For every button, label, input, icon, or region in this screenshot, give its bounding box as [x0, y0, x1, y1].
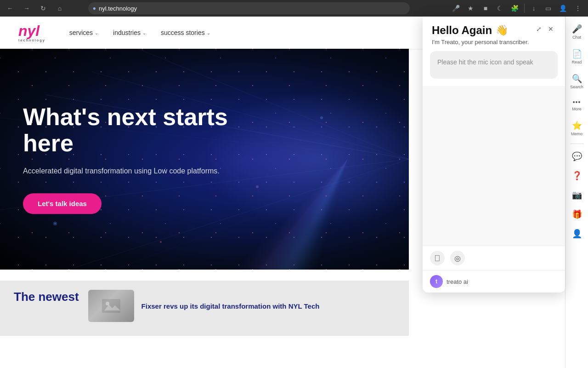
treato-title: Hello Again: [432, 24, 492, 37]
address-bar[interactable]: ● nyl.technology: [88, 2, 410, 14]
extension-icon[interactable]: ■: [479, 2, 492, 15]
sidebar-item-profile[interactable]: 👤: [566, 225, 588, 242]
nav-services[interactable]: services ⌄: [64, 25, 104, 40]
copy-icon[interactable]: ⎕: [430, 251, 445, 265]
back-button[interactable]: ←: [4, 2, 17, 15]
hero-subtitle: Accelerated digital transformation using…: [23, 166, 262, 177]
chat-bubble-icon: 💬: [572, 151, 582, 161]
sidebar-memo-label: Memo: [571, 132, 582, 136]
news-thumb-image: [88, 290, 134, 322]
treato-header-buttons: ⤢ ✕: [534, 24, 556, 34]
hero-cta-button[interactable]: Let's talk ideas: [23, 194, 102, 214]
sidebar-chat-label: Chat: [572, 35, 581, 40]
profile-browser-icon[interactable]: 👤: [557, 2, 570, 15]
sidebar-search-label: Search: [570, 85, 583, 89]
puzzle-icon[interactable]: 🧩: [509, 2, 521, 15]
svg-point-10: [320, 116, 323, 119]
read-icon: 📄: [572, 49, 582, 59]
target-icon[interactable]: ◎: [450, 251, 465, 265]
layout-icon[interactable]: ▭: [542, 2, 555, 15]
sidebar-item-camera[interactable]: 📷: [566, 186, 588, 204]
logo-technology: technology: [18, 38, 45, 42]
svg-point-7: [53, 222, 57, 225]
newest-label: The newest: [14, 290, 79, 304]
sidebar-item-chat-bubble[interactable]: 💬: [566, 148, 588, 165]
sidebar-item-memo[interactable]: ⭐ Memo: [566, 117, 588, 140]
sidebar-item-read[interactable]: 📄 Read: [566, 45, 588, 68]
logo-nyl: nyl: [18, 23, 45, 38]
treato-input-area[interactable]: Please hit the mic icon and speak: [430, 51, 558, 79]
treato-bottom-icons: ⎕ ◎: [423, 246, 565, 270]
sidebar-panel: 🎤 Chat 📄 Read 🔍 Search ••• More ⭐ Memo 💬: [565, 17, 588, 368]
mic-browser-icon[interactable]: 🎤: [450, 2, 463, 15]
treato-panel: Hello Again 👋 I'm Treato, your personal …: [423, 17, 565, 293]
url-text: nyl.technology: [99, 5, 137, 12]
hero-content: What's next starts here Accelerated digi…: [23, 104, 262, 214]
chevron-icon: ⌄: [142, 30, 146, 35]
memo-icon: ⭐: [572, 121, 582, 131]
site-logo[interactable]: nyl technology: [18, 23, 45, 42]
chevron-icon: ⌄: [95, 30, 98, 35]
hero-section: What's next starts here Accelerated digi…: [0, 49, 409, 270]
sidebar-more-label: More: [572, 107, 582, 111]
svg-point-9: [160, 241, 162, 243]
gift-icon: 🎁: [572, 209, 582, 219]
treato-footer: t treato ai: [423, 270, 565, 293]
treato-close-button[interactable]: ✕: [546, 24, 556, 34]
treato-header: Hello Again 👋 I'm Treato, your personal …: [423, 17, 565, 51]
main-content: nyl technology services ⌄ industries ⌄ s…: [0, 17, 588, 336]
news-thumbnail: [88, 290, 134, 322]
sidebar-item-help[interactable]: ❓: [566, 167, 588, 184]
newest-label-container: The newest: [14, 290, 79, 304]
search-icon: 🔍: [572, 74, 582, 84]
treato-title-row: Hello Again 👋: [432, 24, 529, 37]
camera-icon: 📷: [572, 190, 582, 200]
menu-icon[interactable]: ⋮: [571, 2, 584, 15]
treato-expand-button[interactable]: ⤢: [534, 24, 544, 34]
hero-title: What's next starts here: [23, 104, 262, 156]
news-title: Fixser revs up its digital transformatio…: [141, 301, 320, 311]
nav-success-stories[interactable]: success stories ⌄: [155, 25, 216, 40]
reload-button[interactable]: ↻: [37, 2, 50, 15]
nav-industries[interactable]: industries ⌄: [107, 25, 152, 40]
treato-body: [423, 86, 565, 246]
mic-icon: 🎤: [572, 24, 582, 34]
treato-logo: t: [430, 275, 443, 288]
treato-placeholder: Please hit the mic icon and speak: [437, 58, 533, 66]
treato-emoji: 👋: [496, 24, 508, 36]
dark-mode-icon[interactable]: ☾: [494, 2, 507, 15]
news-image-icon: [102, 299, 120, 313]
treato-brand: treato ai: [447, 278, 468, 285]
treato-subtitle: I'm Treato, your personal transcriber.: [432, 39, 529, 46]
more-icon: •••: [573, 98, 581, 106]
help-icon: ❓: [572, 171, 582, 181]
svg-rect-11: [102, 299, 120, 313]
news-card[interactable]: Fixser revs up its digital transformatio…: [88, 290, 395, 322]
chevron-icon: ⌄: [207, 30, 210, 35]
sidebar-divider: [570, 144, 584, 144]
sidebar-item-search[interactable]: 🔍 Search: [566, 70, 588, 93]
sidebar-item-more[interactable]: ••• More: [566, 95, 588, 115]
sidebar-item-gift[interactable]: 🎁: [566, 206, 588, 223]
profile-icon: 👤: [572, 229, 582, 239]
sidebar-item-chat[interactable]: 🎤 Chat: [566, 20, 588, 43]
home-button[interactable]: ⌂: [53, 2, 66, 15]
forward-button[interactable]: →: [20, 2, 33, 15]
browser-chrome: ← → ↻ ⌂ ● nyl.technology 🎤 ★ ■ ☾ 🧩 ↓ ▭ 👤…: [0, 0, 588, 17]
bookmark-icon[interactable]: ★: [464, 2, 477, 15]
sidebar-read-label: Read: [572, 60, 582, 64]
download-icon[interactable]: ↓: [527, 2, 540, 15]
below-hero-section: The newest Fixser revs up its digital tr…: [0, 281, 409, 336]
divider: [524, 4, 525, 13]
browser-toolbar: 🎤 ★ ■ ☾ 🧩 ↓ ▭ 👤 ⋮: [450, 2, 584, 15]
